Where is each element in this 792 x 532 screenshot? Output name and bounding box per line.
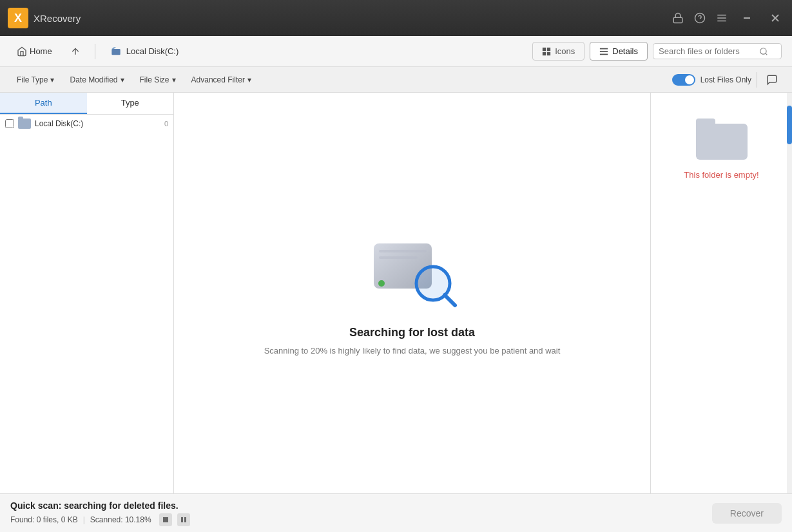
svg-line-19 [766,53,768,55]
app-logo: X [8,8,28,28]
right-panel-scrollbar[interactable] [787,93,792,493]
svg-rect-11 [543,47,546,50]
advanced-filter-chevron: ▾ [247,75,251,84]
menu-icon[interactable] [716,12,728,24]
scan-subtitle: Scanning to 20% is highly likely to find… [264,346,561,356]
home-label: Home [30,46,52,56]
filter-bar: File Type ▾ Date Modified ▾ File Size ▾ … [0,67,792,93]
tree-item-checkbox[interactable] [5,119,14,128]
file-size-label: File Size [140,75,169,84]
svg-rect-10 [111,49,120,55]
lost-files-label: Lost Files Only [700,75,751,84]
minimize-button[interactable] [738,9,756,27]
lock-icon[interactable] [672,12,684,24]
tree-item-count: 0 [164,120,168,128]
file-type-label: File Type [17,75,48,84]
filter-divider [757,72,757,88]
icons-view-button[interactable]: Icons [532,42,584,61]
home-button[interactable]: Home [10,43,59,60]
svg-rect-28 [184,517,186,522]
status-title: Quick scan: searching for deleted files. [10,500,712,511]
toolbar: Home Local Disk(C:) Icons Details [0,36,792,67]
status-left: Quick scan: searching for deleted files.… [10,500,712,526]
lost-files-switch[interactable] [672,74,695,86]
search-box[interactable] [653,43,782,59]
svg-rect-26 [163,517,168,522]
details-view-button[interactable]: Details [590,42,648,61]
scrollbar-thumb[interactable] [787,106,792,144]
date-modified-label: Date Modified [70,75,117,84]
svg-rect-14 [547,52,550,55]
advanced-filter-label: Advanced Filter [191,75,245,84]
status-separator: | [83,515,85,524]
app-title: XRecovery [34,13,672,24]
file-size-chevron: ▾ [172,75,176,84]
icons-label: Icons [555,46,575,56]
scanned-label: Scanned: 10.18% [90,515,151,524]
advanced-filter-button[interactable]: Advanced Filter ▾ [185,73,258,87]
search-input[interactable] [659,46,755,56]
lost-files-toggle: Lost Files Only [672,74,751,86]
drive-icon [18,119,31,129]
file-type-filter[interactable]: File Type ▾ [10,73,61,87]
status-bar: Quick scan: searching for deleted files.… [0,493,792,532]
titlebar-actions [672,9,784,27]
details-label: Details [612,46,638,56]
help-icon[interactable] [694,12,706,24]
date-modified-filter[interactable]: Date Modified ▾ [63,73,130,87]
svg-rect-22 [379,256,418,259]
svg-rect-13 [543,52,546,55]
svg-line-25 [445,295,455,305]
center-panel: Searching for lost data Scanning to 20% … [174,93,650,493]
folder-icon [696,119,748,160]
title-bar: X XRecovery [0,0,792,36]
close-button[interactable] [766,9,784,27]
stop-button[interactable] [159,513,172,526]
scan-title: Searching for lost data [349,326,475,339]
tree-item-label: Local Disk(C:) [35,119,160,128]
file-size-filter[interactable]: File Size ▾ [133,73,182,87]
path-column-header[interactable]: Path [0,93,87,114]
date-modified-chevron: ▾ [121,75,124,84]
filter-extra-button[interactable] [762,70,782,90]
main-content: Path Type Local Disk(C:) 0 [0,93,792,493]
breadcrumb-label: Local Disk(C:) [126,46,179,56]
toolbar-separator [95,44,95,59]
up-button[interactable] [64,43,87,60]
scan-icon-wrapper [367,231,458,310]
scan-illustration [367,231,458,308]
svg-point-18 [760,48,766,53]
svg-rect-0 [673,17,682,23]
type-column-header[interactable]: Type [87,93,174,114]
recover-button[interactable]: Recover [712,503,782,524]
file-type-chevron: ▾ [50,75,54,84]
folder-empty-text: This folder is empty! [684,170,758,180]
breadcrumb-button[interactable]: Local Disk(C:) [103,44,186,59]
svg-rect-27 [181,517,183,522]
left-panel: Path Type Local Disk(C:) 0 [0,93,174,493]
svg-rect-21 [379,250,427,252]
folder-body [696,124,748,160]
status-detail: Found: 0 files, 0 KB | Scanned: 10.18% [10,513,712,526]
pause-button[interactable] [177,513,190,526]
left-panel-header: Path Type [0,93,173,115]
tree-item[interactable]: Local Disk(C:) 0 [0,115,173,133]
found-label: Found: 0 files, 0 KB [10,515,78,524]
right-panel: This folder is empty! [650,93,792,493]
svg-point-23 [378,280,385,287]
svg-rect-12 [547,47,550,50]
